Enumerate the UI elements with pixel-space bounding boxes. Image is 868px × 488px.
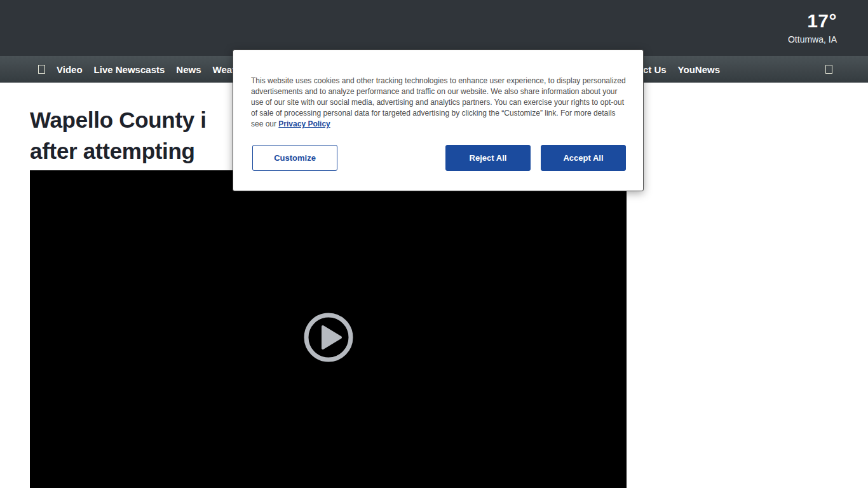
video-player[interactable] [30, 170, 627, 488]
headline-line-2: after attempting [30, 135, 207, 166]
nav-item-video[interactable]: Video [57, 64, 83, 75]
menu-icon[interactable] [38, 65, 45, 74]
headline-line-1: Wapello County i [30, 104, 207, 135]
play-icon[interactable] [302, 311, 355, 364]
search-icon[interactable] [825, 65, 832, 74]
top-bar: 17° Ottumwa, IA [0, 0, 868, 56]
nav-item-news[interactable]: News [176, 64, 201, 75]
customize-button[interactable]: Customize [252, 145, 337, 171]
temperature: 17° [807, 10, 837, 32]
nav-item-younews[interactable]: YouNews [678, 64, 720, 75]
weather-widget[interactable]: 17° Ottumwa, IA [788, 10, 837, 44]
accept-all-button[interactable]: Accept All [541, 145, 626, 171]
privacy-policy-link[interactable]: Privacy Policy [278, 119, 330, 128]
article-headline: Wapello County i after attempting [30, 104, 207, 166]
nav-item-live-newscasts[interactable]: Live Newscasts [94, 64, 165, 75]
cookie-consent-dialog: This website uses cookies and other trac… [233, 50, 644, 191]
cookie-message: This website uses cookies and other trac… [251, 76, 626, 130]
weather-location: Ottumwa, IA [788, 34, 837, 44]
reject-all-button[interactable]: Reject All [445, 145, 531, 171]
